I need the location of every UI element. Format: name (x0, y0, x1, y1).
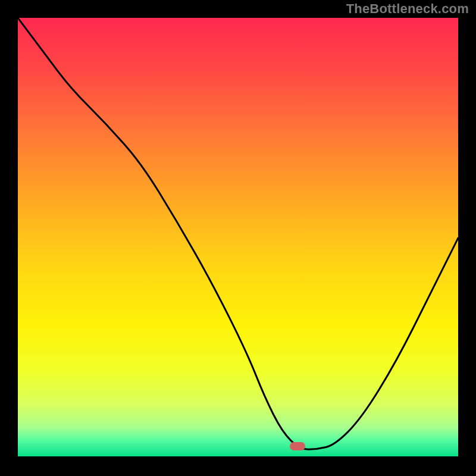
watermark-text: TheBottleneck.com (346, 1, 469, 17)
optimum-marker (290, 442, 305, 450)
chart-background (18, 18, 458, 458)
bottleneck-chart (18, 18, 458, 458)
